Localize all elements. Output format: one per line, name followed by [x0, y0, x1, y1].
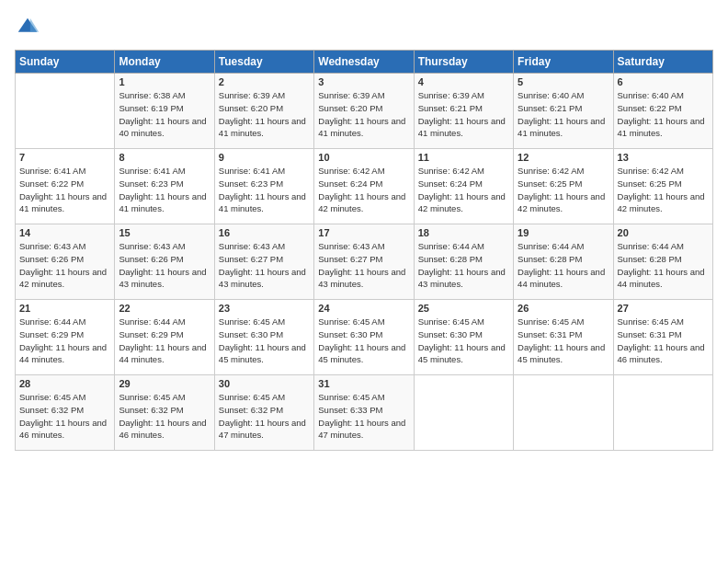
calendar-cell: 15 Sunrise: 6:43 AM Sunset: 6:26 PM Dayl…	[115, 224, 214, 300]
week-row-5: 28 Sunrise: 6:45 AM Sunset: 6:32 PM Dayl…	[16, 375, 713, 451]
cell-content: Sunrise: 6:42 AM Sunset: 6:25 PM Dayligh…	[518, 165, 609, 215]
calendar-cell: 29 Sunrise: 6:45 AM Sunset: 6:32 PM Dayl…	[115, 375, 214, 451]
sunrise: Sunrise: 6:45 AM	[318, 316, 384, 327]
day-number: 21	[19, 303, 110, 314]
sunrise: Sunrise: 6:45 AM	[219, 316, 285, 327]
daylight: Daylight: 11 hours and 41 minutes.	[219, 116, 306, 139]
day-number: 31	[318, 378, 409, 389]
cell-content: Sunrise: 6:39 AM Sunset: 6:21 PM Dayligh…	[418, 89, 509, 140]
daylight: Daylight: 11 hours and 43 minutes.	[119, 267, 206, 290]
sunset: Sunset: 6:30 PM	[219, 329, 283, 339]
sunset: Sunset: 6:28 PM	[618, 254, 682, 264]
sunrise: Sunrise: 6:43 AM	[119, 241, 185, 251]
calendar-cell: 18 Sunrise: 6:44 AM Sunset: 6:28 PM Dayl…	[414, 224, 513, 300]
daylight: Daylight: 11 hours and 42 minutes.	[618, 191, 705, 214]
sunrise: Sunrise: 6:45 AM	[219, 392, 285, 402]
sunset: Sunset: 6:32 PM	[119, 405, 183, 415]
week-row-4: 21 Sunrise: 6:44 AM Sunset: 6:29 PM Dayl…	[16, 300, 713, 375]
sunset: Sunset: 6:29 PM	[119, 329, 183, 339]
calendar-cell: 25 Sunrise: 6:45 AM Sunset: 6:30 PM Dayl…	[414, 300, 513, 375]
calendar-cell: 12 Sunrise: 6:42 AM Sunset: 6:25 PM Dayl…	[514, 149, 613, 224]
daylight: Daylight: 11 hours and 44 minutes.	[119, 342, 206, 365]
cell-content: Sunrise: 6:43 AM Sunset: 6:26 PM Dayligh…	[119, 240, 210, 291]
daylight: Daylight: 11 hours and 44 minutes.	[518, 267, 605, 290]
daylight: Daylight: 11 hours and 46 minutes.	[119, 418, 206, 441]
cell-content: Sunrise: 6:45 AM Sunset: 6:31 PM Dayligh…	[518, 316, 609, 366]
cell-content: Sunrise: 6:43 AM Sunset: 6:27 PM Dayligh…	[318, 240, 409, 291]
sunrise: Sunrise: 6:39 AM	[219, 90, 285, 100]
cell-content: Sunrise: 6:45 AM Sunset: 6:30 PM Dayligh…	[219, 316, 310, 366]
day-number: 17	[318, 227, 409, 238]
sunrise: Sunrise: 6:44 AM	[518, 241, 584, 251]
calendar-cell: 11 Sunrise: 6:42 AM Sunset: 6:24 PM Dayl…	[414, 149, 513, 224]
day-number: 26	[518, 303, 609, 314]
day-number: 9	[219, 152, 310, 163]
calendar-cell: 3 Sunrise: 6:39 AM Sunset: 6:20 PM Dayli…	[314, 74, 414, 149]
sunrise: Sunrise: 6:44 AM	[618, 241, 684, 251]
day-number: 12	[518, 152, 609, 163]
daylight: Daylight: 11 hours and 41 minutes.	[119, 191, 206, 214]
daylight: Daylight: 11 hours and 47 minutes.	[219, 418, 306, 441]
sunrise: Sunrise: 6:41 AM	[19, 166, 85, 176]
day-number: 6	[618, 76, 709, 87]
cell-content: Sunrise: 6:43 AM Sunset: 6:26 PM Dayligh…	[19, 240, 110, 291]
logo-icon	[15, 15, 40, 40]
cell-content: Sunrise: 6:45 AM Sunset: 6:32 PM Dayligh…	[19, 391, 110, 442]
daylight: Daylight: 11 hours and 46 minutes.	[19, 418, 107, 441]
day-number: 5	[518, 76, 609, 87]
cell-content: Sunrise: 6:45 AM Sunset: 6:32 PM Dayligh…	[219, 391, 310, 442]
cell-content: Sunrise: 6:41 AM Sunset: 6:23 PM Dayligh…	[119, 165, 210, 215]
page-header	[15, 15, 713, 40]
cell-content: Sunrise: 6:44 AM Sunset: 6:28 PM Dayligh…	[618, 240, 709, 291]
sunset: Sunset: 6:24 PM	[318, 178, 382, 189]
daylight: Daylight: 11 hours and 42 minutes.	[418, 191, 506, 214]
sunrise: Sunrise: 6:39 AM	[318, 90, 384, 100]
day-number: 10	[318, 152, 409, 163]
daylight: Daylight: 11 hours and 42 minutes.	[19, 267, 107, 290]
calendar-cell: 1 Sunrise: 6:38 AM Sunset: 6:19 PM Dayli…	[115, 74, 214, 149]
sunset: Sunset: 6:29 PM	[19, 329, 84, 339]
calendar-header-row: SundayMondayTuesdayWednesdayThursdayFrid…	[16, 51, 713, 74]
column-header-friday: Friday	[514, 51, 613, 74]
daylight: Daylight: 11 hours and 45 minutes.	[518, 342, 605, 365]
daylight: Daylight: 11 hours and 41 minutes.	[219, 191, 306, 214]
sunrise: Sunrise: 6:41 AM	[119, 166, 185, 176]
page-container: SundayMondayTuesdayWednesdayThursdayFrid…	[0, 0, 728, 563]
calendar-cell: 14 Sunrise: 6:43 AM Sunset: 6:26 PM Dayl…	[16, 224, 115, 300]
column-header-saturday: Saturday	[613, 51, 712, 74]
day-number: 25	[418, 303, 509, 314]
calendar-cell: 26 Sunrise: 6:45 AM Sunset: 6:31 PM Dayl…	[514, 300, 613, 375]
sunset: Sunset: 6:26 PM	[19, 254, 84, 264]
sunset: Sunset: 6:30 PM	[318, 329, 382, 339]
calendar-cell	[414, 375, 513, 451]
day-number: 4	[418, 76, 509, 87]
cell-content: Sunrise: 6:39 AM Sunset: 6:20 PM Dayligh…	[318, 89, 409, 140]
column-header-tuesday: Tuesday	[214, 51, 313, 74]
calendar-cell: 5 Sunrise: 6:40 AM Sunset: 6:21 PM Dayli…	[514, 74, 613, 149]
day-number: 23	[219, 303, 310, 314]
sunrise: Sunrise: 6:43 AM	[318, 241, 384, 251]
calendar-cell: 30 Sunrise: 6:45 AM Sunset: 6:32 PM Dayl…	[214, 375, 313, 451]
sunset: Sunset: 6:23 PM	[119, 178, 183, 189]
daylight: Daylight: 11 hours and 45 minutes.	[318, 342, 405, 365]
daylight: Daylight: 11 hours and 43 minutes.	[219, 267, 306, 290]
daylight: Daylight: 11 hours and 45 minutes.	[418, 342, 506, 365]
sunset: Sunset: 6:32 PM	[19, 405, 84, 415]
cell-content: Sunrise: 6:40 AM Sunset: 6:22 PM Dayligh…	[618, 89, 709, 140]
cell-content: Sunrise: 6:41 AM Sunset: 6:23 PM Dayligh…	[219, 165, 310, 215]
daylight: Daylight: 11 hours and 47 minutes.	[318, 418, 405, 441]
day-number: 3	[318, 76, 409, 87]
sunrise: Sunrise: 6:44 AM	[19, 316, 85, 327]
cell-content: Sunrise: 6:43 AM Sunset: 6:27 PM Dayligh…	[219, 240, 310, 291]
calendar-cell: 31 Sunrise: 6:45 AM Sunset: 6:33 PM Dayl…	[314, 375, 414, 451]
cell-content: Sunrise: 6:42 AM Sunset: 6:24 PM Dayligh…	[318, 165, 409, 215]
sunset: Sunset: 6:20 PM	[219, 103, 283, 113]
sunset: Sunset: 6:22 PM	[618, 103, 682, 113]
cell-content: Sunrise: 6:44 AM Sunset: 6:29 PM Dayligh…	[119, 316, 210, 366]
daylight: Daylight: 11 hours and 40 minutes.	[119, 116, 206, 139]
calendar-cell: 2 Sunrise: 6:39 AM Sunset: 6:20 PM Dayli…	[214, 74, 313, 149]
cell-content: Sunrise: 6:39 AM Sunset: 6:20 PM Dayligh…	[219, 89, 310, 140]
calendar-cell: 13 Sunrise: 6:42 AM Sunset: 6:25 PM Dayl…	[613, 149, 712, 224]
calendar-cell	[16, 74, 115, 149]
calendar-cell: 22 Sunrise: 6:44 AM Sunset: 6:29 PM Dayl…	[115, 300, 214, 375]
